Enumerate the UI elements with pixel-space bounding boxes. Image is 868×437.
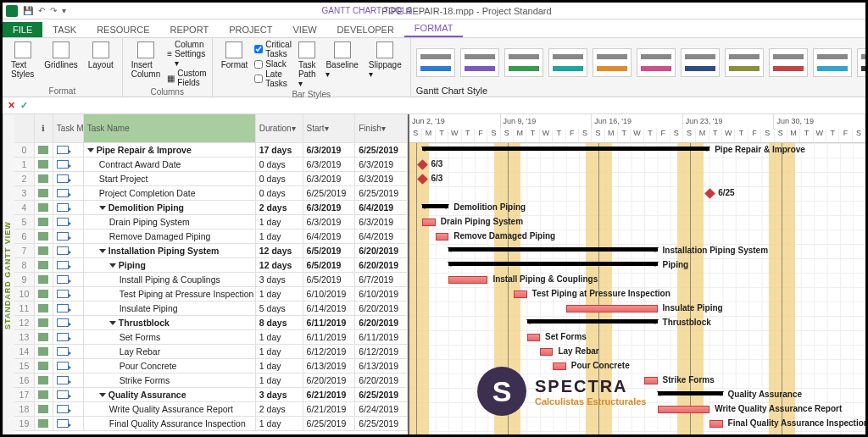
note-icon[interactable] [35, 172, 53, 185]
duration-column-header[interactable]: Duration ▾ [256, 114, 303, 142]
summary-bar[interactable] [422, 147, 709, 151]
note-icon[interactable] [35, 402, 53, 416]
task-name-cell[interactable]: Insulate Piping [84, 301, 256, 315]
start-column-header[interactable]: Start ▾ [303, 114, 356, 142]
note-icon[interactable] [35, 417, 53, 430]
note-icon[interactable] [35, 301, 53, 315]
task-row[interactable]: 6Remove Damaged Piping1 day6/4/20196/4/2… [14, 230, 408, 244]
task-mode-icon[interactable] [53, 330, 84, 344]
task-bar[interactable] [436, 233, 448, 241]
layout-button[interactable]: Layout [85, 40, 117, 71]
task-mode-icon[interactable] [53, 359, 84, 373]
task-row[interactable]: 0Pipe Repair & Improve17 days6/3/20196/2… [14, 143, 408, 158]
task-row[interactable]: 18Write Quality Assurance Report2 days6/… [14, 402, 408, 417]
task-mode-icon[interactable] [53, 345, 84, 358]
note-icon[interactable] [35, 230, 53, 243]
note-icon[interactable] [35, 330, 53, 344]
task-name-cell[interactable]: Contract Award Date [84, 158, 256, 171]
task-row[interactable]: 19Final Quality Assurance Inspection1 da… [14, 417, 408, 431]
tab-project[interactable]: PROJECT [219, 22, 282, 37]
tab-file[interactable]: FILE [3, 22, 42, 37]
slack-checkbox[interactable]: Slack [254, 59, 292, 69]
task-bar[interactable] [709, 420, 722, 428]
task-name-cell[interactable]: Final Quality Assurance Inspection [84, 417, 256, 430]
task-name-cell[interactable]: Drain Piping System [84, 215, 256, 229]
note-icon[interactable] [35, 244, 53, 257]
summary-bar[interactable] [448, 247, 657, 252]
summary-bar[interactable] [422, 204, 448, 208]
note-icon[interactable] [35, 186, 53, 200]
task-row[interactable]: 12Thrustblock8 days6/11/20196/20/2019 [14, 316, 408, 330]
task-bar[interactable] [658, 406, 710, 413]
slippage-button[interactable]: Slippage ▾ [365, 40, 405, 80]
tab-resource[interactable]: RESOURCE [86, 22, 159, 37]
task-row[interactable]: 4Demolition Piping2 days6/3/20196/4/2019 [14, 201, 408, 215]
task-mode-icon[interactable] [53, 143, 84, 157]
task-name-cell[interactable]: Test Piping at Pressure Inspection [84, 287, 256, 301]
task-mode-icon[interactable] [53, 244, 84, 257]
task-name-cell[interactable]: Quality Assurance [84, 388, 256, 401]
style-swatch[interactable] [769, 48, 808, 77]
task-bar[interactable] [514, 290, 526, 298]
critical-tasks-checkbox[interactable]: Critical Tasks [254, 40, 292, 58]
tab-task[interactable]: TASK [42, 22, 86, 37]
note-icon[interactable] [35, 359, 53, 373]
note-icon[interactable] [35, 388, 53, 401]
task-name-cell[interactable]: Remove Damaged Piping [84, 230, 256, 243]
summary-bar[interactable] [527, 319, 658, 324]
task-mode-icon[interactable] [53, 301, 84, 315]
task-row[interactable]: 16Strike Forms1 day6/20/20196/20/2019 [14, 373, 408, 388]
style-swatch[interactable] [593, 48, 632, 77]
cancel-icon[interactable]: ✕ [8, 100, 15, 111]
tab-developer[interactable]: DEVELOPER [327, 22, 404, 37]
column-settings-button[interactable]: ≡Column Settings ▾ [167, 40, 206, 68]
task-mode-icon[interactable] [53, 186, 84, 200]
redo-icon[interactable]: ↷ [50, 6, 57, 15]
task-name-cell[interactable]: Pipe Repair & Improve [84, 143, 256, 157]
task-row[interactable]: 14Lay Rebar1 day6/12/20196/12/2019 [14, 345, 408, 359]
task-bar[interactable] [422, 218, 435, 226]
tab-view[interactable]: VIEW [282, 22, 326, 37]
task-row[interactable]: 13Set Forms1 day6/11/20196/11/2019 [14, 330, 408, 345]
style-swatch[interactable] [460, 48, 499, 77]
note-icon[interactable] [35, 287, 53, 301]
task-row[interactable]: 2Start Project0 days6/3/20196/3/2019 [14, 172, 408, 186]
task-name-cell[interactable]: Piping [84, 258, 256, 272]
task-name-cell[interactable]: Lay Rebar [84, 345, 256, 358]
note-icon[interactable] [35, 345, 53, 358]
gantt-style-gallery[interactable] [416, 40, 868, 86]
task-mode-icon[interactable] [53, 316, 84, 329]
tab-report[interactable]: REPORT [160, 22, 220, 37]
note-icon[interactable] [35, 143, 53, 157]
task-bar[interactable] [566, 305, 658, 313]
mode-column-header[interactable]: Task Mode ▾ [53, 114, 84, 142]
confirm-icon[interactable]: ✓ [20, 100, 28, 111]
note-icon[interactable] [35, 258, 53, 272]
name-column-header[interactable]: Task Name [84, 114, 256, 142]
save-icon[interactable]: 💾 [23, 6, 33, 15]
task-mode-icon[interactable] [53, 230, 84, 243]
task-row[interactable]: 9Install Piping & Couplings3 days6/5/201… [14, 273, 408, 287]
task-bar[interactable] [448, 276, 487, 284]
task-name-cell[interactable]: Installation Piping System [84, 244, 256, 257]
note-icon[interactable] [35, 201, 53, 214]
style-swatch[interactable] [416, 48, 455, 77]
task-name-cell[interactable]: Pour Concrete [84, 359, 256, 373]
style-swatch[interactable] [857, 48, 868, 77]
tab-format[interactable]: FORMAT [404, 20, 464, 37]
task-path-button[interactable]: Task Path ▾ [295, 40, 320, 90]
qat-dropdown-icon[interactable]: ▾ [62, 6, 66, 15]
task-mode-icon[interactable] [53, 201, 84, 214]
task-row[interactable]: 10Test Piping at Pressure Inspection1 da… [14, 287, 408, 301]
task-name-cell[interactable]: Write Quality Assurance Report [84, 402, 256, 416]
task-row[interactable]: 5Drain Piping System1 day6/3/20196/3/201… [14, 215, 408, 230]
task-row[interactable]: 8Piping12 days6/5/20196/20/2019 [14, 258, 408, 273]
task-row[interactable]: 7Installation Piping System12 days6/5/20… [14, 244, 408, 258]
insert-column-button[interactable]: Insert Column [128, 40, 164, 80]
late-tasks-checkbox[interactable]: Late Tasks [254, 69, 292, 88]
task-mode-icon[interactable] [53, 215, 84, 229]
undo-icon[interactable]: ↶ [38, 6, 45, 15]
custom-fields-button[interactable]: ▦Custom Fields [167, 69, 206, 87]
finish-column-header[interactable]: Finish ▾ [355, 114, 408, 142]
task-row[interactable]: 1Contract Award Date0 days6/3/20196/3/20… [14, 158, 408, 172]
